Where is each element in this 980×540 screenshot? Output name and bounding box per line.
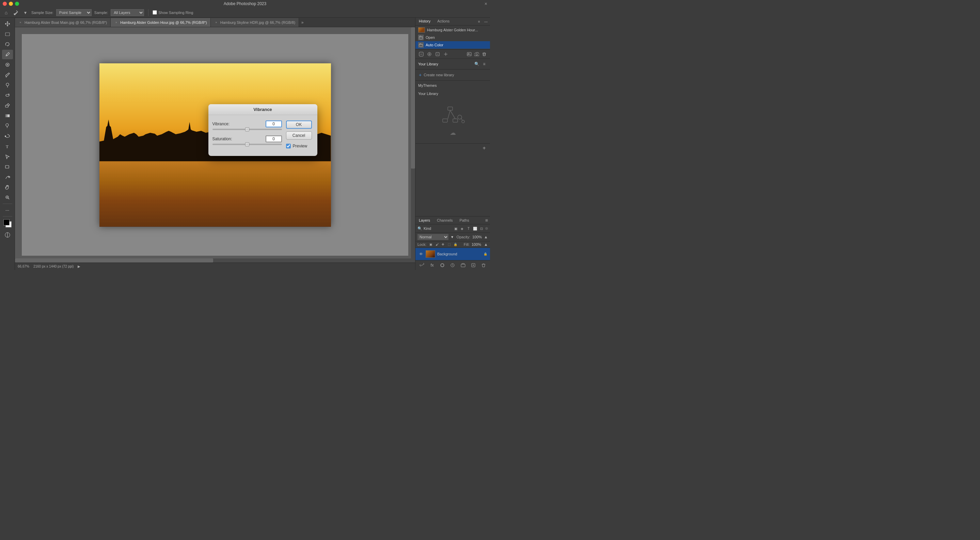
panel-camera-icon[interactable]	[474, 51, 480, 57]
layers-group-icon[interactable]	[459, 262, 468, 268]
canvas-scrollbar-thumb[interactable]	[411, 27, 415, 168]
layers-effects-icon[interactable]: fx	[428, 262, 436, 268]
layer-visibility-icon[interactable]: 👁	[418, 251, 423, 257]
close-right-button[interactable]: ×	[485, 1, 487, 6]
lock-all-icon[interactable]: 🔒	[453, 242, 458, 247]
maximize-button[interactable]	[15, 2, 19, 6]
tab-overflow-arrow[interactable]: »	[299, 18, 306, 27]
panel-delete-icon[interactable]	[481, 51, 487, 57]
tool-options-arrow[interactable]: ▾	[22, 9, 29, 16]
type-tool[interactable]: T	[2, 141, 13, 151]
brush-tool[interactable]	[2, 70, 13, 80]
panel-tool-2[interactable]	[426, 51, 433, 57]
tab-paths[interactable]: Paths	[456, 216, 473, 224]
tab-2[interactable]: × Hamburg Alster Golden Hour.jpg @ 66,7%…	[111, 18, 211, 27]
tab-channels[interactable]: Channels	[433, 216, 456, 224]
sample-size-select[interactable]: Point Sample 3 by 3 Average 5 by 5 Avera…	[56, 9, 92, 16]
vibrance-slider-track[interactable]	[213, 129, 282, 130]
eyedropper-tool-icon[interactable]	[12, 9, 19, 16]
canvas-horizontal-scrollbar[interactable]	[15, 259, 411, 262]
history-panel-collapse[interactable]: —	[483, 19, 488, 24]
opacity-value[interactable]: 100%	[472, 235, 482, 239]
layers-adjustment-icon[interactable]	[448, 262, 457, 268]
tab-actions[interactable]: Actions	[434, 18, 453, 25]
panel-tool-4[interactable]	[443, 51, 449, 57]
panel-tool-3[interactable]	[434, 51, 441, 57]
info-arrow[interactable]: ▶	[78, 265, 80, 268]
zoom-tool[interactable]	[2, 193, 13, 202]
history-item-auto-color[interactable]: Auto Color	[415, 41, 490, 49]
library-mythemes[interactable]: MyThemes	[418, 82, 487, 89]
vibrance-cancel-button[interactable]: Cancel	[286, 132, 312, 140]
preview-label[interactable]: Preview	[293, 144, 307, 148]
filter-toggle[interactable]	[485, 227, 488, 230]
eraser-tool[interactable]	[2, 101, 13, 110]
tab-1-close[interactable]: ×	[18, 21, 22, 24]
tab-3[interactable]: × Hamburg Skyline HDR.jpg @ 66,7% (RGB/8…	[211, 18, 299, 27]
extra-tools[interactable]: ···	[2, 205, 13, 215]
lock-position-icon[interactable]: ✥	[441, 242, 445, 247]
library-your[interactable]: Your Library	[418, 89, 487, 97]
library-add-button[interactable]: +	[481, 145, 487, 151]
home-icon[interactable]: ⌂	[3, 9, 10, 16]
history-brush-tool[interactable]	[2, 91, 13, 100]
smudge-tool[interactable]	[2, 172, 13, 182]
rectangular-marquee-tool[interactable]	[2, 29, 13, 39]
path-selection-tool[interactable]	[2, 152, 13, 161]
filter-adjust-icon[interactable]: ◈	[459, 226, 465, 231]
color-swatches[interactable]	[2, 219, 13, 229]
panel-tool-1[interactable]	[418, 51, 424, 57]
layers-delete-icon[interactable]	[479, 262, 488, 268]
hand-tool[interactable]	[2, 183, 13, 192]
blend-mode-select[interactable]: Normal Multiply Screen Overlay	[417, 234, 449, 240]
history-item-snapshot[interactable]: Hamburg Alster Golden Hour...	[415, 26, 490, 34]
lasso-tool[interactable]	[2, 40, 13, 49]
foreground-color-swatch[interactable]	[3, 219, 10, 226]
tab-history[interactable]: History	[415, 18, 434, 25]
lock-image-icon[interactable]: 🖌	[434, 242, 439, 247]
panel-photo-icon[interactable]	[466, 51, 472, 57]
lock-transparent-icon[interactable]: ▣	[428, 242, 433, 247]
opacity-up-icon[interactable]: ▲	[484, 235, 488, 239]
layers-kind-label[interactable]: Kind	[423, 226, 452, 230]
saturation-slider-thumb[interactable]	[245, 142, 249, 146]
layers-link-icon[interactable]	[417, 262, 426, 268]
move-tool[interactable]	[2, 19, 13, 29]
history-item-open[interactable]: Open	[415, 34, 490, 41]
lock-artboard-icon[interactable]: ⬚	[447, 242, 452, 247]
tab-2-close[interactable]: ×	[114, 21, 118, 24]
vibrance-slider-thumb[interactable]	[245, 127, 249, 132]
preview-checkbox[interactable]	[286, 144, 291, 148]
canvas-h-scrollbar-thumb[interactable]	[15, 259, 213, 262]
quick-mask-mode[interactable]	[2, 230, 13, 240]
tab-layers[interactable]: Layers	[415, 216, 433, 224]
filter-smart-icon[interactable]: ⊡	[479, 226, 484, 231]
close-button[interactable]	[3, 2, 7, 6]
shape-tool[interactable]	[2, 162, 13, 172]
saturation-slider-track[interactable]	[213, 144, 282, 145]
clone-stamp-tool[interactable]	[2, 80, 13, 90]
eyedropper-tool[interactable]	[2, 50, 13, 59]
dodge-tool[interactable]	[2, 121, 13, 131]
spot-healing-tool[interactable]	[2, 60, 13, 70]
fill-up-icon[interactable]: ▲	[484, 242, 488, 247]
show-sampling-ring-checkbox[interactable]	[153, 10, 157, 14]
tab-1[interactable]: × Hamburg Alster Boat Main.jpg @ 66,7% (…	[15, 18, 111, 27]
fill-value[interactable]: 100%	[472, 242, 481, 246]
layer-background[interactable]: 👁 Background 🔒	[415, 248, 490, 260]
layers-panel-menu[interactable]: ≡	[485, 218, 490, 223]
gradient-tool[interactable]	[2, 111, 13, 121]
filter-type-icon[interactable]: T	[466, 226, 471, 231]
library-search-icon[interactable]: 🔍	[474, 61, 480, 67]
library-menu-icon[interactable]: ≡	[481, 61, 487, 67]
tab-3-close[interactable]: ×	[214, 21, 218, 24]
show-sampling-ring-label[interactable]: Show Sampling Ring	[153, 10, 193, 14]
create-new-library-button[interactable]: + Create new library	[415, 70, 490, 81]
minimize-button[interactable]	[9, 2, 13, 6]
vibrance-ok-button[interactable]: OK	[286, 121, 312, 129]
pen-tool[interactable]	[2, 132, 13, 141]
sample-select[interactable]: All Layers Current Layer	[111, 9, 144, 16]
layers-mask-icon[interactable]	[438, 262, 447, 268]
saturation-input[interactable]	[266, 135, 282, 142]
vibrance-input[interactable]	[266, 121, 282, 127]
